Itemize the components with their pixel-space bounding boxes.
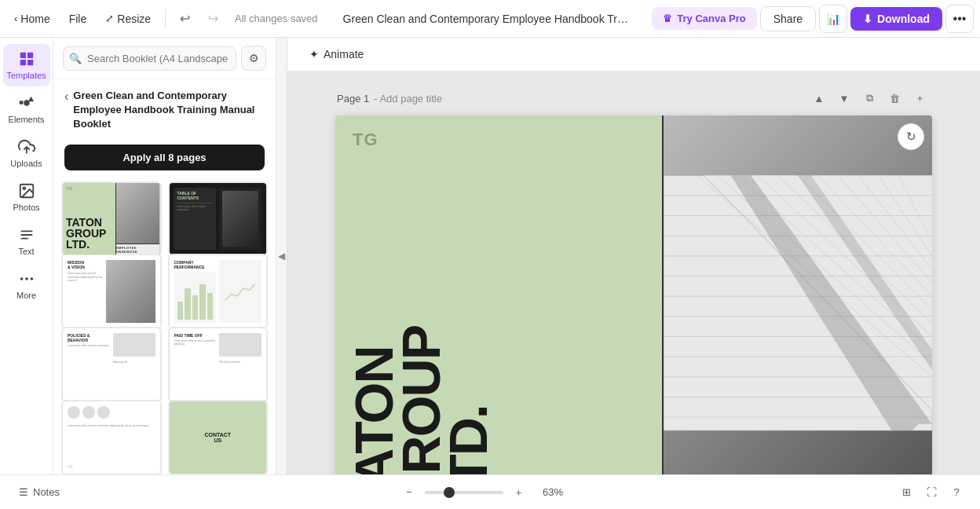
templates-panel: 🔍 ⚙ ‹ Green Clean and Contemporary Emplo… xyxy=(53,38,276,474)
file-button[interactable]: File xyxy=(61,8,95,30)
try-canva-button[interactable]: ♛ Try Canva Pro xyxy=(652,7,756,30)
page-1-delete-button[interactable]: 🗑 xyxy=(883,87,905,109)
download-icon: ⬇ xyxy=(863,13,872,25)
template-thumb-5[interactable]: POLICIES &BEHAVIOR Lorem ipsum dolor sit… xyxy=(61,327,162,402)
svg-point-12 xyxy=(30,277,33,280)
crown-icon: ♛ xyxy=(663,13,672,24)
template-thumb-8[interactable]: CONTACTUS xyxy=(168,400,269,474)
more-dots-icon xyxy=(18,270,35,287)
templates-label: Templates xyxy=(6,71,46,80)
thumb6-text2: Elit sed do eiusmod xyxy=(219,361,261,364)
zoom-out-button[interactable]: − xyxy=(398,482,420,504)
apply-all-label: Apply all 8 pages xyxy=(122,152,206,163)
more-icon: ••• xyxy=(953,12,967,26)
sidebar-item-templates[interactable]: Templates xyxy=(3,44,50,86)
page-1-header: Page 1 - Add page title ▲ ▼ ⧉ 🗑 ＋ xyxy=(335,87,932,109)
search-input[interactable] xyxy=(63,46,236,71)
share-button[interactable]: Share xyxy=(760,6,816,31)
grid-view-button[interactable]: ⊞ xyxy=(895,482,917,504)
resize-label: Resize xyxy=(117,13,151,25)
resize-button[interactable]: ⤢ Resize xyxy=(97,8,159,30)
thumb2-text: Lorem ipsum dolor sit amet consectetur xyxy=(177,205,214,211)
download-label: Download xyxy=(877,13,930,25)
zoom-in-button[interactable]: ＋ xyxy=(508,482,530,504)
thumb1-bar: EMPLOYEE HANDBOOK xyxy=(116,244,160,255)
home-label: Home xyxy=(20,13,49,25)
document-title: Green Clean and Contemporary Employee Ha… xyxy=(327,13,649,25)
animate-label: Animate xyxy=(324,48,364,60)
sidebar-item-text[interactable]: Text xyxy=(3,220,50,262)
chart-bar-5 xyxy=(207,293,214,320)
templates-grid: TG TATONGROUPLTD. EMPLOYEE HANDBOOK TABL… xyxy=(53,178,276,474)
person-circle-1 xyxy=(68,406,80,419)
undo-button[interactable]: ↩ xyxy=(172,6,197,31)
page-1-add-title[interactable]: - Add page title xyxy=(374,93,442,104)
notes-button[interactable]: ☰ Notes xyxy=(13,483,66,501)
help-button[interactable]: ? xyxy=(945,482,967,504)
notes-icon: ☰ xyxy=(19,486,28,498)
saved-status: All changes saved xyxy=(235,13,318,24)
zoom-slider[interactable] xyxy=(425,491,503,494)
sidebar-item-photos[interactable]: Photos xyxy=(3,176,50,218)
sidebar-item-more[interactable]: More xyxy=(3,264,50,306)
sidebar-icons: Templates Elements Uploads Photos xyxy=(0,38,53,474)
page-1-up-button[interactable]: ▲ xyxy=(808,87,830,109)
collapse-panel-handle[interactable]: ◀ xyxy=(276,38,287,474)
page-1-copy-button[interactable]: ⧉ xyxy=(858,87,880,109)
thumb3-title: MISSION& VISION xyxy=(68,260,103,269)
svg-point-9 xyxy=(23,187,25,189)
animate-button[interactable]: ✦ Animate xyxy=(300,44,373,64)
photos-label: Photos xyxy=(13,203,39,212)
download-button[interactable]: ⬇ Download xyxy=(850,7,942,31)
page-1-left-section: TG TATONGROUPLTD. xyxy=(335,115,664,474)
analytics-button[interactable]: 📊 xyxy=(819,5,847,33)
search-icon: 🔍 xyxy=(69,53,82,64)
page-1-tg: TG xyxy=(353,130,378,150)
thumb8-text: CONTACTUS xyxy=(204,432,231,443)
template-thumb-1[interactable]: TG TATONGROUPLTD. EMPLOYEE HANDBOOK xyxy=(61,181,162,257)
topbar: ‹ Home File ⤢ Resize ↩ ↪ All changes sav… xyxy=(0,0,980,38)
template-thumb-6[interactable]: PAID TIME OFF Lorem ipsum dolor sit amet… xyxy=(168,327,269,402)
share-label: Share xyxy=(773,13,803,25)
resize-icon: ⤢ xyxy=(105,13,114,24)
notes-label: Notes xyxy=(33,486,60,498)
chart-bar-3 xyxy=(192,295,199,320)
animate-icon: ✦ xyxy=(309,48,319,60)
view-buttons: ⊞ ⛶ ? xyxy=(895,482,967,504)
apply-all-button[interactable]: Apply all 8 pages xyxy=(64,145,265,170)
elements-icon xyxy=(18,94,35,112)
more-options-button[interactable]: ••• xyxy=(945,5,974,33)
back-arrow-icon[interactable]: ‹ xyxy=(64,89,68,104)
page-1-canvas[interactable]: TG TATONGROUPLTD. xyxy=(335,115,932,474)
canvas-area: ✦ Animate Page 1 - Add page title ▲ ▼ ⧉ … xyxy=(287,38,980,474)
redo-button[interactable]: ↪ xyxy=(200,6,225,31)
filter-icon: ⚙ xyxy=(249,52,259,64)
person-circle-2 xyxy=(82,406,95,419)
page-1-building-photo xyxy=(664,115,932,474)
home-button[interactable]: ‹ Home xyxy=(6,8,58,30)
template-thumb-7[interactable]: Lorem ipsum dolor sit amet consectetur a… xyxy=(61,400,162,474)
page-1-controls: ▲ ▼ ⧉ 🗑 ＋ xyxy=(808,87,931,109)
page-1-down-button[interactable]: ▼ xyxy=(833,87,855,109)
thumb1-name: TATONGROUPLTD. xyxy=(66,217,113,250)
divider xyxy=(165,9,166,28)
page-1-add-button[interactable]: ＋ xyxy=(909,87,931,109)
animate-bar: ✦ Animate xyxy=(287,38,980,71)
thumb7-text: Lorem ipsum dolor sit amet consectetur a… xyxy=(68,424,155,427)
page-1-right-section: EMPLOYEE HANDBOOK xyxy=(664,115,932,474)
sidebar-item-uploads[interactable]: Uploads xyxy=(3,132,50,174)
thumb2-title: TABLE OFCONTENTS xyxy=(177,191,214,200)
filter-button[interactable]: ⚙ xyxy=(241,46,266,71)
try-canva-label: Try Canva Pro xyxy=(677,13,745,24)
template-thumb-4[interactable]: COMPANYPERFORMANCE xyxy=(168,254,269,329)
template-back: ‹ Green Clean and Contemporary Employee … xyxy=(64,89,265,132)
template-thumb-3[interactable]: MISSION& VISION Lorem ipsum dolor sit am… xyxy=(61,254,162,329)
template-thumb-2[interactable]: TABLE OFCONTENTS Lorem ipsum dolor sit a… xyxy=(168,181,269,257)
refresh-button[interactable]: ↻ xyxy=(898,123,924,150)
thumb6-text: Lorem ipsum dolor sit amet consectetur a… xyxy=(174,339,217,346)
text-icon xyxy=(18,226,35,244)
sidebar-item-elements[interactable]: Elements xyxy=(3,88,50,130)
uploads-icon xyxy=(18,138,35,156)
svg-point-10 xyxy=(20,277,23,280)
fullscreen-button[interactable]: ⛶ xyxy=(920,482,942,504)
